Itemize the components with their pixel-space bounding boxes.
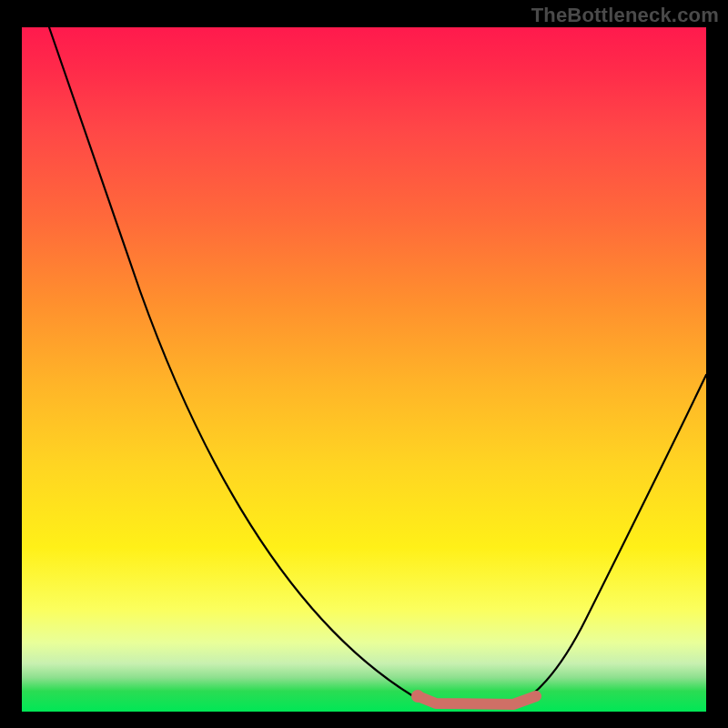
plot-area xyxy=(22,27,706,712)
optimal-start-dot xyxy=(411,690,424,703)
chart-container: TheBottleneck.com xyxy=(0,0,728,728)
bottleneck-curve xyxy=(22,27,706,712)
curve-path xyxy=(49,27,706,704)
plot-frame xyxy=(20,25,708,713)
optimal-range-segment xyxy=(418,696,536,704)
watermark-label: TheBottleneck.com xyxy=(531,4,719,27)
